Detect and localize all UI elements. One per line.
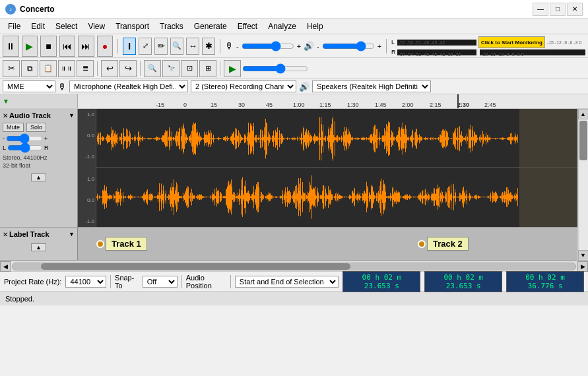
vertical-scrollbar[interactable]: ▲ ▼ [577,109,588,261]
solo-button[interactable]: Solo [26,123,46,132]
mic-select[interactable]: Microphone (Realtek High Defi... [69,80,188,92]
h-scroll-thumb[interactable] [41,263,350,270]
minimize-button[interactable]: — [533,3,548,16]
separator4 [97,61,98,76]
maximize-button[interactable]: □ [550,3,566,16]
zoom-in-button[interactable]: 🔍 [144,60,161,77]
zoom-out-button[interactable]: 🔭 [162,60,180,77]
menu-effect[interactable]: Effect [232,20,263,32]
label-track-dropdown[interactable]: ▼ [69,231,75,237]
device-row: MME 🎙 Microphone (Realtek High Defi... 2… [0,79,588,94]
selection-type-select[interactable]: Start and End of Selection [235,276,339,288]
h-scroll-row: ◀ ▶ [0,261,588,271]
track1-label[interactable]: Track 1 [106,237,147,251]
app-icon: ♪ [5,4,16,15]
next-button[interactable]: ⏭ [78,36,94,57]
record-button[interactable]: ● [97,36,114,57]
timeshift-tool[interactable]: ↔ [186,38,199,55]
play-green-button[interactable]: ▶ [224,60,241,77]
menu-transport[interactable]: Transport [110,20,154,32]
trim-button[interactable]: ⏸⏸ [58,60,75,77]
label-track: ✕ Label Track ▼ ▲ Track 1 Track 2 [0,228,577,261]
playback-meter: -18 -15 -12 -9 -6 -3 0 [480,49,585,55]
draw-tool[interactable]: ✏ [154,38,168,55]
level-scale-right: -15 -12 -9 -6 -3 0 [547,40,582,45]
track2-label[interactable]: Track 2 [427,237,469,251]
multi-tool[interactable]: ✱ [202,38,215,55]
track2-pin[interactable] [418,240,426,248]
redo-button[interactable]: ↪ [119,60,137,77]
scale-mid: 0.0 [79,133,94,139]
play-button[interactable]: ▶ [22,36,38,57]
audio-track-dropdown[interactable]: ▼ [69,112,75,119]
mic-icon: 🎙 [225,41,234,51]
channels-select[interactable]: 2 (Stereo) Recording Channels [191,80,296,92]
track1-label-group: Track 1 [96,237,147,251]
close-button[interactable]: ✕ [567,3,583,16]
scroll-left-arrow[interactable]: ◀ [0,261,11,272]
scroll-thumb[interactable] [579,121,587,160]
L-label: L [391,39,397,46]
waveform-canvas [96,109,577,226]
monitoring-button[interactable]: Click to Start Monitoring [478,36,545,48]
prev-button[interactable]: ⏮ [59,36,76,57]
h-scrollbar[interactable] [12,263,576,270]
paste-button[interactable]: 📋 [40,60,57,77]
time-field-1[interactable]: 00 h 02 m 23.653 s [343,271,420,292]
gain-minus-label: - [3,135,5,142]
label-track-close[interactable]: ✕ [3,231,8,238]
time-field-3[interactable]: 00 h 02 m 36.776 s [506,271,584,292]
project-rate-select[interactable]: 44100 [65,276,106,288]
label-track-header: ✕ Label Track ▼ ▲ [0,228,78,260]
bottom-bar: Stopped. [0,291,588,305]
menu-view[interactable]: View [82,20,110,32]
host-select[interactable]: MME [3,80,55,92]
undo-button[interactable]: ↩ [101,60,118,77]
snap-to-select[interactable]: Off [143,276,178,288]
menu-help[interactable]: Help [302,20,329,32]
menu-edit[interactable]: Edit [26,20,50,32]
envelope-tool[interactable]: ⤢ [139,38,152,55]
zoom-fit-button[interactable]: ⊡ [181,60,198,77]
time-field-2[interactable]: 00 h 02 m 23.653 s [424,271,502,292]
scroll-down-arrow[interactable]: ▼ [578,250,589,261]
track-collapse-button[interactable]: ▲ [31,173,46,181]
zoom-tool[interactable]: 🔍 [170,38,183,55]
mic-gain-slider[interactable] [242,42,294,50]
sep-pos [230,275,231,288]
menu-select[interactable]: Select [50,20,82,32]
pause-button[interactable]: ⏸ [3,36,19,57]
menu-generate[interactable]: Generate [189,20,232,32]
track-gain-slider[interactable] [6,135,43,142]
track1-pin[interactable] [96,240,104,248]
label-track-collapse[interactable]: ▲ [31,243,46,251]
sep-snap [181,275,182,288]
title-bar: ♪ Concerto — □ ✕ [0,0,588,18]
ruler-scale: -15 0 15 30 45 1:00 1:15 1:30 1:45 2:00 … [156,94,588,108]
scale-mid2: 0.0 [79,197,94,203]
track-info: Stereo, 44100Hz32-bit float [3,154,75,170]
scroll-up-arrow[interactable]: ▲ [578,109,589,119]
speaker-select[interactable]: Speakers (Realtek High Definiti... [312,80,431,92]
gain-plus: + [297,42,301,50]
zoom-sel-button[interactable]: ⊞ [199,60,216,77]
window-controls: — □ ✕ [533,3,583,16]
stop-button[interactable]: ■ [40,36,57,57]
snap-to-label: Snap-To [115,274,139,290]
R-label: R [391,49,397,55]
track-pan-slider[interactable] [7,144,43,151]
vol-slider[interactable] [322,42,375,50]
copy-button[interactable]: ⧉ [21,60,38,77]
menu-analyze[interactable]: Analyze [263,20,302,32]
silence-button[interactable]: ≣ [77,60,94,77]
scroll-right-arrow[interactable]: ▶ [577,261,588,272]
cut-button[interactable]: ✂ [3,60,20,77]
menu-file[interactable]: File [3,20,26,32]
playback-slider[interactable] [242,65,308,73]
scale-top: 1.0 [79,111,94,117]
waveform-area[interactable] [96,109,577,227]
menu-tracks[interactable]: Tracks [154,20,189,32]
audio-track-close[interactable]: ✕ [3,112,8,119]
select-tool[interactable]: I [123,38,136,55]
mute-button[interactable]: Mute [3,123,24,132]
